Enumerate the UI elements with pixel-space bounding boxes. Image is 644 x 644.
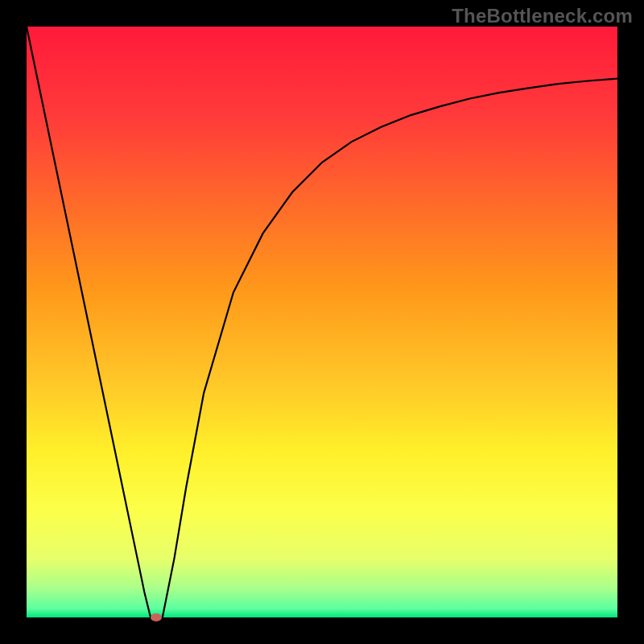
- watermark-text: TheBottleneck.com: [452, 5, 633, 27]
- optimum-marker: [151, 613, 162, 621]
- curve-path: [27, 27, 617, 617]
- bottleneck-curve: [27, 27, 617, 617]
- plot-area: [27, 27, 617, 617]
- chart-frame: TheBottleneck.com: [0, 0, 644, 644]
